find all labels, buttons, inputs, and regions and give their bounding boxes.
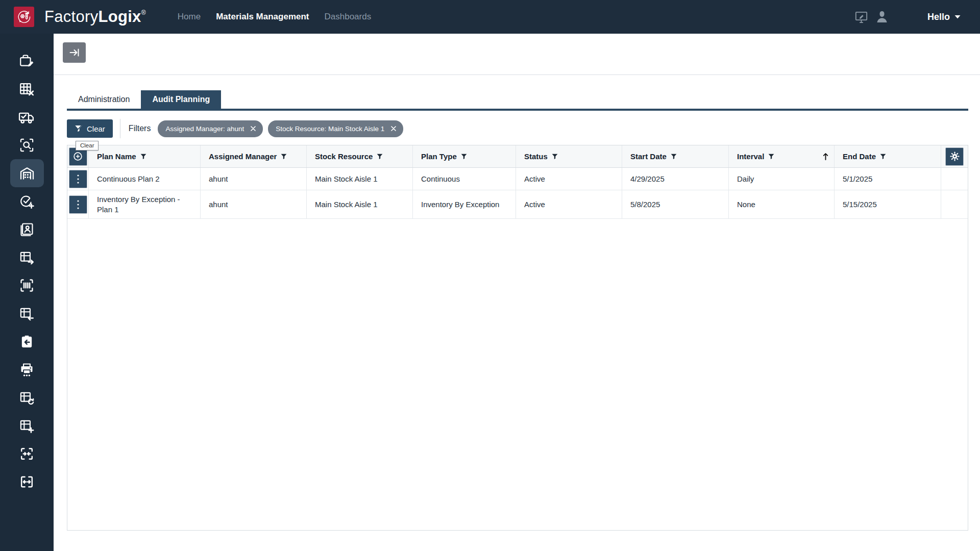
table-remove-icon: [19, 81, 35, 97]
column-label: Interval: [737, 152, 764, 161]
arrow-to-bar-icon: [68, 46, 81, 59]
sidebar-item-transfer[interactable]: [10, 468, 44, 496]
warehouse-icon: [19, 165, 35, 182]
brand-logix: Logix: [98, 8, 141, 26]
sidebar-item-lookup[interactable]: [10, 131, 44, 159]
chip-label: Stock Resource: Main Stock Aisle 1: [276, 125, 384, 133]
filter-funnel-icon[interactable]: [140, 154, 146, 160]
collapse-arrows-icon: [19, 446, 35, 462]
main-area: Administration Audit Planning Clear Filt…: [54, 34, 980, 551]
grid-settings-button[interactable]: [945, 147, 964, 166]
primary-nav: Home Materials Management Dashboards: [178, 12, 371, 22]
top-navbar: FactoryLogix® Home Materials Management …: [0, 0, 980, 34]
collapse-panel-button[interactable]: [63, 42, 86, 63]
filter-funnel-icon[interactable]: [377, 154, 383, 160]
filter-funnel-icon[interactable]: [671, 154, 677, 160]
sidebar-item-returns[interactable]: [10, 328, 44, 356]
search-scan-icon: [19, 137, 35, 153]
clear-button-label: Clear: [87, 124, 105, 133]
table-row[interactable]: Inventory By Exception - Plan 1 ahunt Ma…: [67, 190, 968, 219]
filter-chip-stock-resource[interactable]: Stock Resource: Main Stock Aisle 1: [268, 120, 403, 137]
sidebar: [0, 34, 54, 551]
brand-factory: Factory: [44, 8, 98, 26]
cell-plan-type: Continuous: [413, 168, 516, 190]
cell-settings-spacer: [941, 168, 968, 190]
cell-end-date: 5/15/2025: [835, 190, 941, 218]
grid-empty-area: [67, 219, 968, 530]
column-label: Plan Name: [97, 152, 136, 161]
sidebar-item-warehouse[interactable]: [10, 159, 44, 187]
tab-bar: Administration Audit Planning: [67, 90, 968, 111]
filter-funnel-icon[interactable]: [281, 154, 287, 160]
cell-end-date: 5/1/2025: [835, 168, 941, 190]
tab-administration[interactable]: Administration: [67, 90, 141, 109]
column-label: End Date: [843, 152, 876, 161]
sidebar-item-receive-material[interactable]: [10, 299, 44, 328]
grid-header-row: Plan Name Assigned Manager Stock Resourc…: [67, 145, 968, 168]
sidebar-item-scan[interactable]: [10, 271, 44, 299]
clear-tooltip: Clear: [76, 141, 99, 151]
clear-filters-button[interactable]: Clear: [67, 119, 113, 138]
cell-stock-resource: Main Stock Aisle 1: [307, 168, 413, 190]
column-header-start-date[interactable]: Start Date: [622, 145, 729, 167]
filter-funnel-icon[interactable]: [552, 154, 558, 160]
filters-label: Filters: [129, 124, 151, 133]
nav-home[interactable]: Home: [178, 12, 201, 22]
user-menu[interactable]: Hello: [927, 12, 961, 22]
table-export-icon: [19, 249, 35, 265]
row-actions-cell: [67, 168, 89, 190]
column-header-status[interactable]: Status: [516, 145, 622, 167]
sidebar-item-work-orders[interactable]: [10, 47, 44, 75]
column-label: Stock Resource: [315, 152, 373, 161]
column-label: Start Date: [630, 152, 667, 161]
clipboard-return-icon: [19, 334, 34, 349]
sidebar-item-remove-table[interactable]: [10, 75, 44, 103]
close-icon[interactable]: [390, 126, 397, 132]
close-icon[interactable]: [250, 126, 256, 132]
sidebar-item-consolidate[interactable]: [10, 440, 44, 468]
cell-interval: Daily: [729, 168, 835, 190]
sidebar-item-add-stock[interactable]: [10, 412, 44, 440]
sidebar-item-contacts[interactable]: [10, 215, 44, 243]
column-header-plan-type[interactable]: Plan Type: [413, 145, 516, 167]
navbar-right: Hello: [853, 8, 961, 26]
table-row[interactable]: Continuous Plan 2 ahunt Main Stock Aisle…: [67, 168, 968, 190]
column-header-stock-resource[interactable]: Stock Resource: [307, 145, 413, 167]
contact-card-icon: [19, 221, 35, 237]
sidebar-item-audit[interactable]: [10, 187, 44, 215]
screen-edit-icon[interactable]: [853, 8, 870, 26]
column-header-assigned-manager[interactable]: Assigned Manager: [201, 145, 307, 167]
vertical-ellipsis-icon: [77, 174, 80, 184]
column-header-plan-name[interactable]: Plan Name: [89, 145, 201, 167]
column-header-end-date[interactable]: End Date: [835, 145, 941, 167]
column-header-interval[interactable]: Interval: [729, 145, 835, 167]
table-add-icon: [19, 418, 35, 434]
filter-funnel-icon[interactable]: [880, 154, 886, 160]
tab-audit-planning[interactable]: Audit Planning: [141, 90, 221, 109]
table-refresh-icon: [19, 390, 35, 406]
row-menu-button[interactable]: [69, 195, 87, 214]
nav-materials-management[interactable]: Materials Management: [216, 12, 309, 22]
row-menu-button[interactable]: [69, 170, 87, 188]
cell-status: Active: [516, 168, 622, 190]
cell-interval: None: [729, 190, 835, 218]
toolbar-strip: [54, 42, 980, 75]
registered-mark: ®: [141, 9, 146, 16]
factorylogix-logo-icon: [14, 7, 34, 27]
user-icon[interactable]: [873, 8, 891, 26]
filter-chip-assigned-manager[interactable]: Assigned Manager: ahunt: [158, 120, 263, 137]
sidebar-item-cycle-count[interactable]: [10, 384, 44, 412]
cell-settings-spacer: [941, 190, 968, 218]
nav-dashboards[interactable]: Dashboards: [325, 12, 372, 22]
print-icon: [19, 362, 35, 378]
cell-start-date: 5/8/2025: [622, 190, 729, 218]
filter-funnel-icon[interactable]: [768, 154, 774, 160]
column-label: Plan Type: [421, 152, 457, 161]
filter-funnel-icon[interactable]: [461, 154, 467, 160]
sidebar-item-print[interactable]: [10, 356, 44, 384]
sidebar-item-shipping[interactable]: [10, 103, 44, 131]
gear-icon: [949, 151, 960, 162]
sidebar-item-issue-material[interactable]: [10, 243, 44, 271]
row-actions-cell: [67, 190, 89, 218]
cell-assigned-manager: ahunt: [201, 190, 307, 218]
